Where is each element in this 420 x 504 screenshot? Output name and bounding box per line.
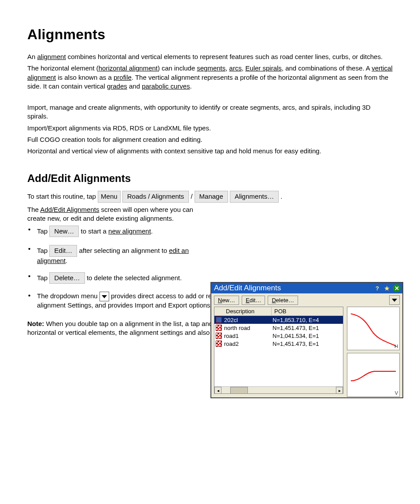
- cell-description: north road: [223, 325, 272, 331]
- start-routine-line: To start this routine, tap Menu Roads / …: [27, 191, 393, 202]
- text: /: [191, 193, 194, 200]
- open-screen-line: The Add/Edit Alignments screen will open…: [27, 205, 195, 223]
- text: is also known as a: [56, 74, 114, 81]
- alignment-icon: [214, 333, 223, 339]
- vertical-preview: V: [347, 353, 400, 397]
- link-parabolic-curves[interactable]: parabolic curves: [142, 82, 190, 90]
- rows-container: 202clN=1,853.710, E=4north roadN=1,451.4…: [214, 316, 343, 386]
- text: An: [27, 53, 37, 60]
- horizontal-preview: H: [347, 307, 400, 350]
- link-euler-spirals[interactable]: Euler spirals: [245, 64, 282, 72]
- page-title: Alignments: [27, 26, 393, 43]
- chip-delete: Delete…: [49, 272, 85, 284]
- btn-label: dit…: [250, 297, 262, 304]
- cell-description: 202cl: [223, 317, 272, 323]
- text: to start a: [79, 227, 108, 235]
- text: .: [66, 257, 67, 264]
- favorite-icon[interactable]: ★: [383, 284, 391, 292]
- new-button[interactable]: New…: [214, 296, 239, 305]
- chip-alignments: Alignments…: [230, 191, 279, 202]
- toolbar-dropdown-button[interactable]: [389, 295, 400, 305]
- cell-description: road1: [223, 333, 272, 339]
- btn-label: elete…: [276, 297, 294, 304]
- alignment-icon: [214, 317, 223, 323]
- note-label: Note:: [27, 320, 44, 327]
- feature-line-2: Import/Export alignments via RD5, RDS or…: [27, 124, 393, 133]
- link-add-edit-alignments[interactable]: Add/Edit Alignments: [40, 206, 99, 213]
- link-alignment[interactable]: alignment: [37, 53, 66, 60]
- cell-description: road2: [223, 341, 272, 347]
- text: The: [27, 206, 40, 213]
- dialog-titlebar: Add/Edit Alignments ? ★ ✕: [211, 283, 402, 293]
- column-headers: Description POB: [214, 307, 343, 316]
- table-row[interactable]: road2N=1,451.473, E=1: [214, 340, 343, 348]
- feature-line-4: Horizontal and vertical view of alignmen…: [27, 147, 393, 156]
- link-horizontal-alignment[interactable]: horizontal alignment: [99, 64, 158, 72]
- delete-button[interactable]: Delete…: [268, 296, 298, 305]
- dialog-body: Description POB 202clN=1,853.710, E=4nor…: [211, 307, 402, 397]
- intro-p1: An alignment combines horizontal and ver…: [27, 52, 393, 61]
- chip-edit: Edit…: [49, 245, 77, 256]
- link-segments[interactable]: segments: [197, 64, 225, 72]
- col-icon: [214, 307, 223, 315]
- edit-button[interactable]: Edit…: [242, 296, 265, 305]
- close-icon[interactable]: ✕: [393, 284, 401, 292]
- text: .: [190, 82, 192, 90]
- table-row[interactable]: north roadN=1,451.473, E=1: [214, 324, 343, 332]
- step-edit: Tap Edit… after selecting an alignment t…: [27, 245, 393, 264]
- text: Tap: [37, 274, 49, 282]
- preview-v-label: V: [395, 390, 398, 396]
- text: after selecting an alignment to: [77, 247, 169, 254]
- text: Tap: [37, 247, 49, 254]
- horizontal-scrollbar[interactable]: ◂ ▸: [214, 386, 343, 393]
- text: The dropdown menu: [37, 292, 99, 300]
- chip-manage: Manage: [195, 191, 228, 202]
- text: .: [280, 193, 282, 200]
- cell-pob: N=1,853.710, E=4: [272, 317, 343, 323]
- alignment-icon: [214, 341, 223, 347]
- text: and: [127, 82, 142, 90]
- preview-panels: H V: [347, 307, 400, 394]
- col-description[interactable]: Description: [223, 307, 272, 315]
- alignment-icon: [214, 325, 223, 331]
- scroll-right-icon[interactable]: ▸: [336, 387, 343, 394]
- subsection-title: Add/Edit Alignments: [27, 172, 393, 185]
- h-curve-icon: [347, 307, 399, 350]
- text: Tap: [37, 227, 49, 235]
- v-curve-icon: [347, 353, 399, 396]
- text: ) can include: [158, 64, 197, 72]
- link-profile[interactable]: profile: [114, 74, 132, 81]
- text: ,: [225, 64, 229, 72]
- intro-block: An alignment combines horizontal and ver…: [27, 52, 393, 91]
- cell-pob: N=1,451.473, E=1: [272, 341, 343, 347]
- cell-pob: N=1,451.473, E=1: [272, 325, 343, 331]
- intro-p2: The horizontal element (horizontal align…: [27, 64, 393, 91]
- cell-pob: N=1,041.534, E=1: [272, 333, 343, 339]
- chip-menu: Menu: [98, 191, 121, 202]
- dialog-title: Add/Edit Alignments: [214, 284, 372, 293]
- preview-h-label: H: [394, 344, 398, 349]
- table-row[interactable]: road1N=1,041.534, E=1: [214, 332, 343, 340]
- scroll-thumb[interactable]: [230, 387, 248, 394]
- link-new-alignment[interactable]: new alignment: [108, 227, 151, 235]
- chip-roads-alignments: Roads / Alignments: [122, 191, 189, 202]
- dialog-toolbar: New… Edit… Delete…: [211, 293, 402, 307]
- text: to delete the selected alignment.: [85, 274, 182, 282]
- btn-label: ew…: [222, 297, 235, 304]
- help-icon[interactable]: ?: [373, 284, 381, 292]
- text: To start this routine, tap: [27, 193, 98, 200]
- chip-new: New…: [49, 226, 79, 237]
- feature-line-3: Full COGO creation tools for alignment c…: [27, 135, 393, 144]
- text: combines horizontal and vertical element…: [68, 53, 383, 60]
- add-edit-alignments-dialog: Add/Edit Alignments ? ★ ✕ New… Edit… Del…: [210, 282, 403, 398]
- dropdown-icon: [99, 292, 109, 301]
- text: The horizontal element (: [27, 64, 99, 72]
- step-new: Tap New… to start a new alignment.: [27, 226, 393, 237]
- scroll-left-icon[interactable]: ◂: [214, 387, 221, 394]
- link-arcs[interactable]: arcs: [229, 64, 242, 72]
- link-grades[interactable]: grades: [107, 82, 127, 90]
- col-pob[interactable]: POB: [272, 307, 343, 315]
- text: .: [151, 227, 153, 235]
- table-row[interactable]: 202clN=1,853.710, E=4: [214, 316, 343, 324]
- feature-line-1: Import, manage and create alignments, wi…: [27, 103, 393, 121]
